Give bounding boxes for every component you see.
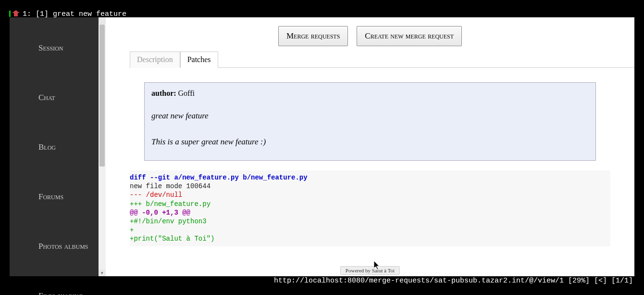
diff-mode: new file mode 100644: [130, 182, 211, 190]
sidebar-item-photos[interactable]: Photos albums: [10, 235, 99, 258]
diff-add-file: +++ b/new_feature.py: [130, 200, 211, 208]
diff-line-3: +print("Salut à Toi"): [130, 235, 214, 243]
tab-description[interactable]: Description: [130, 51, 180, 68]
author-label: author:: [151, 89, 176, 97]
diff-file-header: diff --git a/new_feature.py b/new_featur…: [130, 174, 308, 181]
diff-line-2: +: [130, 226, 134, 234]
diff-remove-file: --- /dev/null: [130, 191, 182, 199]
main-window: Session Chat Blog Forums Photos albums F…: [10, 17, 634, 276]
scrollbar-arrow-down-icon[interactable]: ▾: [99, 269, 106, 276]
action-buttons: Merge requests Create new merge request: [106, 17, 634, 51]
scrollbar-thumb[interactable]: [99, 25, 105, 167]
statusbar-text: http://localhost:8080/merge-requests/sat…: [274, 277, 633, 285]
commit-title: great new feature: [151, 110, 589, 122]
tab-patches[interactable]: Patches: [180, 51, 218, 68]
tab-content: author: Goffi great new feature This is …: [106, 68, 634, 251]
sidebar-item-files[interactable]: Files sharing: [10, 284, 99, 295]
statusbar: http://localhost:8080/merge-requests/sat…: [10, 276, 634, 285]
sidebar-item-forums[interactable]: Forums: [10, 185, 99, 208]
author-value: Goffi: [178, 89, 195, 97]
sidebar-item-session[interactable]: Session: [10, 37, 99, 60]
status-indicator: [9, 11, 11, 17]
commit-header: author: Goffi great new feature This is …: [144, 82, 596, 161]
scrollbar[interactable]: ▾: [99, 17, 106, 276]
sidebar-item-blog[interactable]: Blog: [10, 136, 99, 159]
sidebar-item-chat[interactable]: Chat: [10, 86, 99, 109]
commit-author: author: Goffi: [151, 88, 589, 99]
footer-badge: Powered by Salut à Toi: [340, 266, 400, 275]
create-merge-request-button[interactable]: Create new merge request: [357, 26, 462, 46]
scrollbar-arrow-up-icon[interactable]: [99, 17, 106, 24]
main-content: Merge requests Create new merge request …: [106, 17, 634, 276]
commit-description: This is a super great new feature :): [151, 136, 589, 148]
diff-hunk: @@ -0,0 +1,3 @@: [130, 209, 190, 217]
diff-block: diff --git a/new_feature.py b/new_featur…: [130, 170, 610, 246]
tabs: Description Patches: [130, 51, 634, 68]
sidebar: Session Chat Blog Forums Photos albums F…: [10, 17, 99, 276]
merge-requests-button[interactable]: Merge requests: [278, 26, 348, 46]
window-titlebar: 1: [1] great new feature: [0, 0, 644, 17]
svg-marker-0: [12, 10, 20, 16]
diff-line-1: +#!/bin/env python3: [130, 218, 207, 225]
